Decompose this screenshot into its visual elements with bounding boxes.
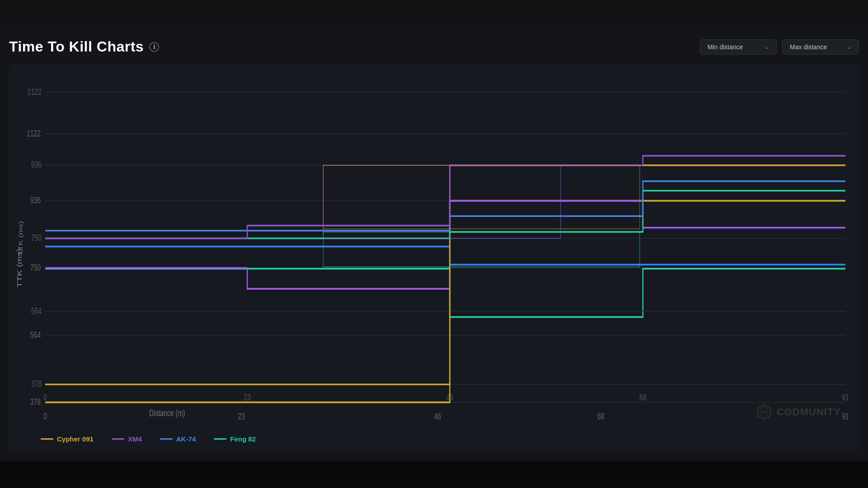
legend-row: Cypher 091 XM4 AK-74 Feng 82 <box>14 427 854 447</box>
svg-text:564: 564 <box>31 306 42 316</box>
codmunity-label: CODMUNITY <box>777 406 841 418</box>
top-bar <box>0 0 868 25</box>
svg-text:750: 750 <box>31 233 42 243</box>
legend-label-xm4: XM4 <box>128 435 142 443</box>
svg-text:TTK (ms): TTK (ms) <box>18 221 24 255</box>
chart-container: 378 564 750 936 1122 TTK (ms) 0 23 46 68… <box>9 64 859 452</box>
header-row: Time To Kill Charts ℹ Min distance ⌄ Max… <box>9 38 859 55</box>
min-distance-dropdown[interactable]: Min distance ⌄ <box>700 39 777 55</box>
chevron-down-icon: ⌄ <box>847 44 851 50</box>
legend-color-cypher <box>41 438 53 440</box>
svg-rect-34 <box>323 165 561 239</box>
legend-item-xm4: XM4 <box>112 435 142 443</box>
svg-text:936: 936 <box>31 160 42 170</box>
svg-text:46: 46 <box>446 393 453 403</box>
legend-label-ak74: AK-74 <box>176 435 196 443</box>
svg-text:68: 68 <box>639 393 646 403</box>
legend-label-feng82: Feng 82 <box>230 435 256 443</box>
svg-text:0: 0 <box>43 393 47 403</box>
dropdowns: Min distance ⌄ Max distance ⌄ <box>700 39 859 55</box>
svg-rect-36 <box>323 165 640 229</box>
legend-item-cypher: Cypher 091 <box>41 435 94 443</box>
bottom-bar <box>0 461 868 488</box>
main-content: Time To Kill Charts ℹ Min distance ⌄ Max… <box>0 25 868 461</box>
svg-text:23: 23 <box>244 393 251 403</box>
legend-item-feng82: Feng 82 <box>214 435 256 443</box>
legend-item-ak74: AK-74 <box>160 435 196 443</box>
svg-text:378: 378 <box>31 379 42 389</box>
title-group: Time To Kill Charts ℹ <box>9 38 159 55</box>
page-wrapper: Time To Kill Charts ℹ Min distance ⌄ Max… <box>0 0 868 488</box>
svg-rect-35 <box>323 232 640 267</box>
page-title: Time To Kill Charts <box>9 38 144 55</box>
svg-text:1122: 1122 <box>28 87 42 97</box>
info-icon[interactable]: ℹ <box>149 42 159 52</box>
svg-text:91: 91 <box>842 393 849 403</box>
chart-lines-svg: 378 564 750 936 1122 TTK (ms) 0 23 46 68… <box>14 73 854 422</box>
legend-color-ak74 <box>160 438 173 440</box>
legend-color-feng82 <box>214 438 226 440</box>
chart-area: 378 564 750 936 1122 TTK (ms) 0 23 46 68… <box>14 73 854 422</box>
max-distance-dropdown[interactable]: Max distance ⌄ <box>782 39 859 55</box>
chevron-down-icon: ⌄ <box>764 44 769 50</box>
legend-label-cypher: Cypher 091 <box>57 435 94 443</box>
svg-text:Distance (m): Distance (m) <box>149 408 185 418</box>
legend-color-xm4 <box>112 438 124 440</box>
codmunity-branding: CODMUNITY <box>756 404 841 420</box>
codmunity-logo-icon <box>756 404 772 420</box>
